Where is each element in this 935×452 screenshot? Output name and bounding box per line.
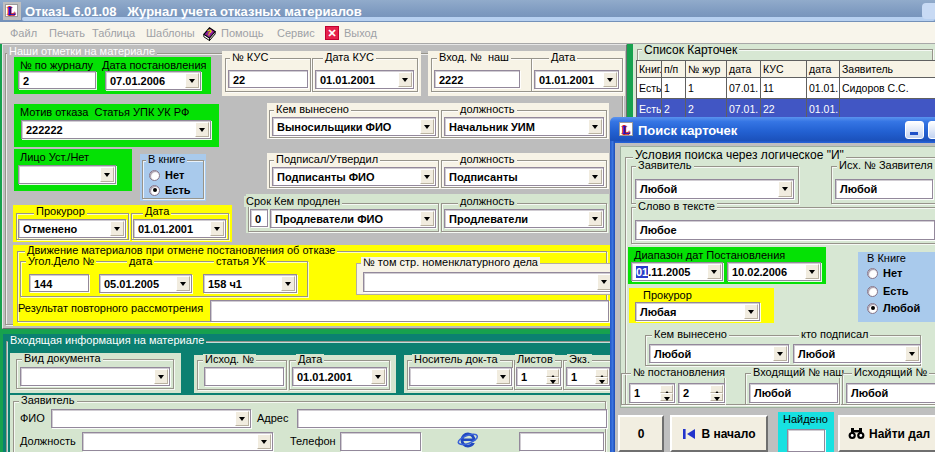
volume-combo[interactable] [363, 272, 613, 292]
spin-up-icon[interactable] [546, 369, 559, 377]
dialog-minimize-button[interactable] [905, 121, 924, 139]
spinner-buttons[interactable] [595, 369, 608, 384]
radio-circle-icon[interactable] [867, 268, 878, 279]
menu-table[interactable]: Таблица [92, 28, 135, 39]
signed-pos-combo[interactable]: Подписанты [444, 167, 604, 186]
term-field[interactable]: 0 [250, 209, 268, 227]
dropdown-arrow-icon[interactable] [597, 274, 611, 290]
dropdown-arrow-icon[interactable] [100, 167, 114, 182]
menu-print[interactable]: Печать [49, 28, 85, 39]
signed-by-combo[interactable]: Подписанты ФИО [272, 167, 436, 186]
search-word-field[interactable]: Любое [635, 220, 935, 240]
dropdown-arrow-icon[interactable] [176, 276, 190, 291]
motive-combo[interactable]: 222222 [21, 120, 211, 139]
in-book-radio-yes[interactable]: Есть [149, 184, 191, 196]
card-table[interactable]: Книг.п/п № журдата КУСдата Заявитель Ест… [636, 60, 935, 120]
article-combo[interactable]: 158 ч1 [203, 274, 297, 293]
dropdown-arrow-icon[interactable] [588, 211, 602, 226]
in-book-radio-no[interactable]: Нет [149, 169, 184, 181]
dropdown-arrow-icon[interactable] [496, 369, 510, 384]
dropdown-arrow-icon[interactable] [420, 211, 434, 226]
kus-date-combo[interactable]: 01.01.2001 [315, 70, 414, 89]
radio-circle-icon[interactable] [867, 303, 878, 314]
search-applicant-no-field[interactable]: Любой [835, 179, 933, 199]
incoming-no-field[interactable]: 2222 [434, 70, 520, 88]
menu-exit[interactable]: Выход [344, 28, 377, 39]
dropdown-arrow-icon[interactable] [420, 169, 434, 184]
incoming-date-combo[interactable]: 01.01.2001 [534, 70, 619, 89]
prolonged-pos-combo[interactable]: Продлеватели [444, 209, 604, 228]
journal-no-field[interactable]: 2 [18, 71, 96, 89]
dropdown-arrow-icon[interactable] [257, 434, 271, 449]
window-controls-stub[interactable] [922, 3, 935, 19]
case-date-combo[interactable]: 05.01.2005 [99, 274, 192, 293]
spinner-buttons[interactable] [660, 385, 673, 401]
dropdown-arrow-icon[interactable] [905, 346, 919, 361]
prosecutor-date-combo[interactable]: 01.01.2001 [133, 219, 226, 238]
in-date-combo[interactable]: 01.01.2001 [292, 367, 387, 386]
position-combo[interactable] [82, 432, 273, 451]
dropdown-arrow-icon[interactable] [778, 181, 792, 197]
out-no-field[interactable] [204, 367, 284, 386]
cell[interactable]: 07.01. [727, 78, 761, 99]
address-field[interactable] [297, 409, 607, 428]
cell[interactable]: Есть [637, 78, 662, 99]
dropdown-arrow-icon[interactable] [773, 346, 787, 361]
issued-by-combo[interactable]: Выносильщики ФИО [272, 117, 436, 136]
cell[interactable]: 11 [761, 78, 807, 99]
date-from-combo[interactable]: 01.11.2005 [631, 262, 723, 281]
prosecutor-combo[interactable]: Отменено [18, 219, 126, 238]
search-in-no-field[interactable]: Любой [749, 383, 838, 403]
cell[interactable]: 01.01. [807, 78, 840, 99]
search-book-radio-yes[interactable]: Есть [867, 285, 909, 297]
radio-circle-icon[interactable] [867, 286, 878, 297]
dropdown-arrow-icon[interactable] [235, 411, 249, 426]
found-field[interactable] [787, 429, 825, 452]
issued-pos-combo[interactable]: Начальник УИМ [444, 117, 604, 136]
decree-date-combo[interactable]: 07.01.2006 [105, 71, 201, 90]
dropdown-arrow-icon[interactable] [588, 169, 602, 184]
menu-service[interactable]: Сервис [277, 28, 315, 39]
dialog-button-stub[interactable] [928, 121, 935, 139]
search-signed-combo[interactable]: Любой [793, 344, 921, 363]
to-start-button[interactable]: В начало [670, 415, 768, 452]
spin-up-icon[interactable] [710, 385, 723, 393]
dropdown-arrow-icon[interactable] [420, 119, 434, 134]
case-no-field[interactable]: 144 [29, 274, 89, 292]
spin-down-icon[interactable] [546, 377, 559, 385]
spin-down-icon[interactable] [660, 393, 673, 401]
kus-no-field[interactable]: 22 [228, 70, 308, 88]
dropdown-arrow-icon[interactable] [398, 72, 412, 87]
dropdown-arrow-icon[interactable] [588, 119, 602, 134]
counter-button[interactable]: 0 [618, 415, 664, 452]
dropdown-arrow-icon[interactable] [210, 221, 224, 236]
result-field[interactable] [210, 300, 609, 322]
decree-spin-1[interactable]: 1 [629, 383, 675, 403]
search-issued-combo[interactable]: Любой [649, 344, 789, 363]
doc-type-combo[interactable] [20, 367, 170, 386]
dropdown-arrow-icon[interactable] [110, 221, 124, 236]
search-out-no-field[interactable]: Любой [846, 383, 935, 403]
medium-combo[interactable] [409, 367, 512, 386]
spin-down-icon[interactable] [595, 377, 608, 385]
search-applicant-combo[interactable]: Любой [635, 179, 794, 199]
dropdown-arrow-icon[interactable] [154, 369, 168, 384]
spinner-buttons[interactable] [710, 385, 723, 401]
menu-templates[interactable]: Шаблоны [146, 28, 195, 39]
internet-explorer-icon[interactable] [457, 429, 479, 451]
phone-field[interactable] [340, 432, 421, 451]
radio-circle-icon[interactable] [149, 170, 160, 181]
sheets-spin[interactable]: 1 [516, 367, 561, 386]
extra-field[interactable] [519, 432, 604, 451]
dropdown-arrow-icon[interactable] [707, 264, 721, 279]
card-row[interactable]: Есть11 07.01.1101.01. Сидоров С.С. [637, 78, 935, 99]
dropdown-arrow-icon[interactable] [805, 264, 819, 279]
fio-combo[interactable] [51, 409, 251, 428]
menu-file[interactable]: Файл [10, 28, 37, 39]
copies-spin[interactable]: 1 [566, 367, 610, 386]
dropdown-arrow-icon[interactable] [371, 369, 385, 384]
search-prosecutor-combo[interactable]: Любая [635, 302, 760, 321]
person-combo[interactable] [18, 165, 116, 184]
search-book-radio-no[interactable]: Нет [867, 267, 902, 279]
cell[interactable]: 1 [686, 78, 727, 99]
